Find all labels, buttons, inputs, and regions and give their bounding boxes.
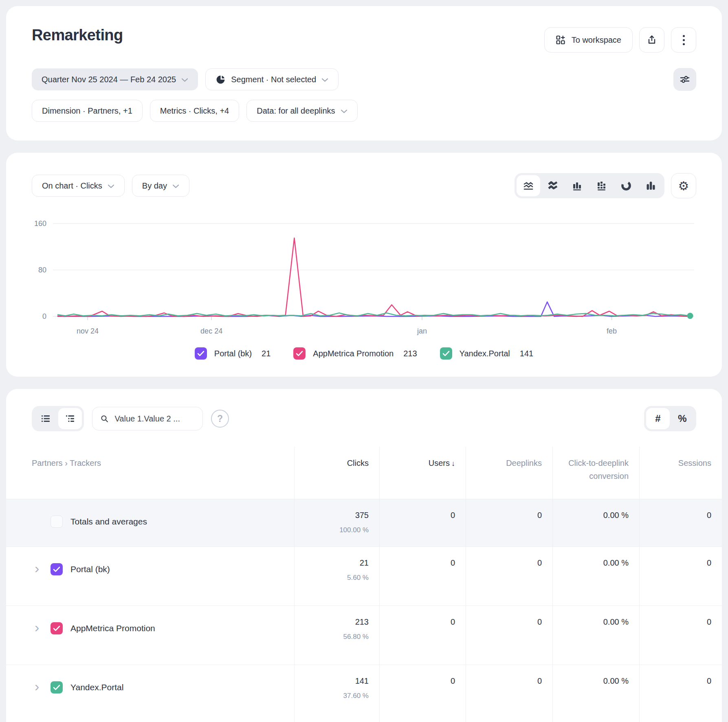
metrics-chip[interactable]: Metrics · Clicks, +4 [150, 100, 239, 122]
checkbox-checked-icon[interactable] [293, 347, 306, 360]
legend-count: 21 [262, 349, 271, 358]
chart-settings-button[interactable]: ⚙ [671, 173, 696, 198]
cell-deeplinks: 0 [466, 606, 552, 665]
column-header-users[interactable]: Users↓ [379, 447, 466, 499]
column-header-clicks[interactable]: Clicks [294, 447, 379, 499]
search-input[interactable] [114, 414, 195, 424]
row-label[interactable]: Portal (bk) [70, 564, 110, 574]
column-header-partners-trackers[interactable]: Partners › Trackers [6, 447, 294, 499]
tree-list-icon [64, 413, 76, 424]
table-card: ? # % Partners › Trackers Clicks Users↓ … [6, 389, 722, 722]
data-deeplinks-chip[interactable]: Data: for all deeplinks [246, 100, 357, 122]
chevron-down-icon [341, 109, 348, 114]
value-format-switcher: # % [644, 406, 696, 431]
table-search[interactable] [92, 407, 203, 430]
cell-conversion: 0.00 % [552, 499, 639, 546]
question-mark-icon: ? [217, 413, 223, 424]
percent-values-button[interactable]: % [671, 408, 694, 429]
expand-chevron-icon[interactable]: › [35, 682, 43, 690]
legend-item-appmetrica-promotion[interactable]: AppMetrica Promotion 213 [293, 347, 417, 360]
cell-clicks: 21356.80 % [294, 606, 379, 665]
line-chart[interactable]: 080160nov 24dec 24janfeb [32, 212, 696, 339]
date-range-label: Quarter Nov 25 2024 — Feb 24 2025 [42, 75, 176, 84]
cell-clicks: 215.60 % [294, 547, 379, 606]
table-row-yandex-portal: › Yandex.Portal 14137.60 % 0 0 0.00 % 0 [6, 665, 722, 722]
segment-pie-icon [216, 75, 226, 85]
chevron-down-icon [108, 184, 114, 189]
column-header-conversion[interactable]: Click-to-deeplink conversion [552, 447, 639, 499]
cell-users: 0 [379, 606, 466, 665]
search-icon [100, 414, 108, 424]
cell-deeplinks: 0 [466, 499, 552, 546]
date-range-chip[interactable]: Quarter Nov 25 2024 — Feb 24 2025 [32, 68, 198, 90]
legend-item-yandex-portal[interactable]: Yandex.Portal 141 [440, 347, 534, 360]
svg-text:jan: jan [417, 327, 427, 335]
to-workspace-button[interactable]: To workspace [544, 27, 633, 53]
chevron-down-icon [172, 184, 179, 189]
pie-chart-icon [620, 180, 632, 191]
checkbox-unchecked[interactable] [51, 516, 63, 528]
grouping-chip[interactable]: By day [132, 175, 189, 197]
svg-text:dec 24: dec 24 [200, 327, 222, 335]
svg-text:160: 160 [34, 219, 46, 228]
chart-type-stacked-bar-button[interactable] [590, 175, 614, 196]
checkbox-checked-icon[interactable] [51, 563, 63, 575]
grouping-label: By day [142, 181, 167, 191]
legend-label: Yandex.Portal [460, 349, 510, 358]
expand-chevron-icon[interactable]: › [35, 564, 43, 572]
checkbox-checked-icon[interactable] [51, 622, 63, 634]
segment-chip[interactable]: Segment · Not selected [205, 68, 339, 90]
header-actions: To workspace [544, 27, 696, 53]
cell-users: 0 [379, 499, 466, 546]
cell-sessions: 0 [639, 665, 722, 722]
cell-conversion: 0.00 % [552, 606, 639, 665]
chart-type-pie-button[interactable] [614, 175, 638, 196]
expand-chevron-icon[interactable]: › [35, 623, 43, 631]
row-label: Totals and averages [70, 517, 147, 527]
more-menu-button[interactable] [671, 27, 696, 53]
sliders-icon [680, 74, 690, 85]
flat-list-view-button[interactable] [34, 408, 57, 429]
cell-sessions: 0 [639, 547, 722, 606]
columns-chart-icon [645, 180, 656, 191]
chart-type-stacked-area-button[interactable] [541, 175, 565, 196]
on-chart-metric-chip[interactable]: On chart · Clicks [32, 175, 125, 197]
column-header-sessions[interactable]: Sessions [639, 447, 722, 499]
flat-list-icon [40, 413, 51, 424]
column-header-deeplinks[interactable]: Deeplinks [466, 447, 552, 499]
row-label[interactable]: AppMetrica Promotion [70, 623, 155, 633]
dimension-chip[interactable]: Dimension · Partners, +1 [32, 100, 143, 122]
help-button[interactable]: ? [211, 410, 229, 428]
chart-type-columns-button[interactable] [639, 175, 662, 196]
metrics-label: Metrics · Clicks, +4 [160, 106, 229, 116]
bar-chart-icon [572, 180, 583, 191]
table-row-totals: Totals and averages 375100.00 % 0 0 0.00… [6, 499, 722, 546]
header-card: Remarketing To workspace [6, 6, 722, 140]
chevron-down-icon [181, 78, 188, 82]
cell-deeplinks: 0 [466, 547, 552, 606]
report-settings-button[interactable] [673, 68, 696, 91]
share-button[interactable] [639, 27, 664, 53]
absolute-values-button[interactable]: # [646, 408, 670, 429]
svg-text:feb: feb [607, 327, 617, 335]
cell-conversion: 0.00 % [552, 547, 639, 606]
checkbox-checked-icon[interactable] [440, 347, 452, 360]
cell-deeplinks: 0 [466, 665, 552, 722]
cell-clicks: 14137.60 % [294, 665, 379, 722]
row-label[interactable]: Yandex.Portal [70, 682, 123, 692]
stacked-bar-icon [596, 180, 607, 191]
chart-card: On chart · Clicks By day [6, 153, 722, 377]
checkbox-checked-icon[interactable] [195, 347, 207, 360]
to-workspace-label: To workspace [572, 35, 621, 45]
sort-desc-icon: ↓ [451, 459, 455, 467]
legend-label: Portal (bk) [214, 349, 252, 358]
tree-list-view-button[interactable] [58, 408, 82, 429]
dimension-label: Dimension · Partners, +1 [42, 106, 132, 116]
chart-type-line-button[interactable] [517, 175, 540, 196]
legend-label: AppMetrica Promotion [313, 349, 394, 358]
chart-type-bar-button[interactable] [565, 175, 589, 196]
checkbox-checked-icon[interactable] [51, 681, 63, 693]
table-header-row: Partners › Trackers Clicks Users↓ Deepli… [6, 447, 722, 499]
legend-item-portal-bk[interactable]: Portal (bk) 21 [195, 347, 271, 360]
legend-count: 141 [520, 349, 533, 358]
